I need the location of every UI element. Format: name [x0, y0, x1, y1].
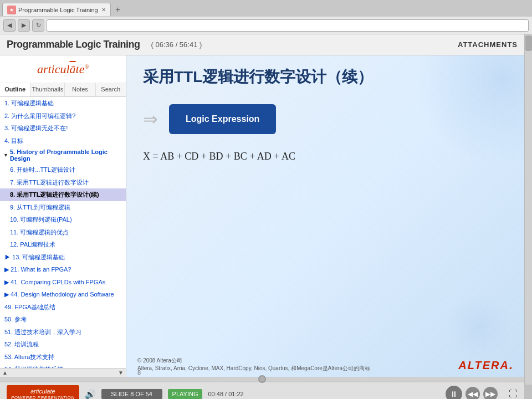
articulate-bottom-logo: articulate POWERED PRESENTATION — [7, 385, 79, 399]
nav-item-1[interactable]: 1. 可编程逻辑基础 — [0, 97, 126, 110]
refresh-button[interactable]: ↻ — [32, 19, 44, 32]
app-header: Programmable Logic Training ( 06:36 / 56… — [0, 34, 524, 55]
nav-item-8[interactable]: 8. 采用TTL逻辑进行数字设计(续) — [0, 188, 126, 201]
slide-title: 采用TTL逻辑进行数字设计（续） — [143, 66, 508, 88]
altera-logo-area: ALTERA. — [458, 358, 513, 372]
progress-divider — [0, 377, 524, 381]
nav-group-13[interactable]: ▶ 13. 可编程逻辑基础 — [0, 251, 126, 264]
footer-trademarks: Altera, Stratix, Arria, Cyclone, MAX, Ha… — [137, 365, 370, 372]
new-tab-button[interactable]: + — [112, 3, 124, 16]
time-display: ( 06:36 / 56:41 ) — [151, 40, 202, 49]
tab-bar: ★ Programmable Logic Training ✕ + — [0, 0, 532, 17]
slide-footer: © 2008 Altera公司 Altera, Stratix, Arria, … — [137, 357, 370, 372]
equation-area: X = AB + CD + BD + BC + AD + AC — [143, 151, 508, 162]
nav-item-10[interactable]: 10. 可编程列逻辑(PAL) — [0, 213, 126, 226]
nav-item-9[interactable]: 9. 从TTL到可编程逻辑 — [0, 201, 126, 214]
address-bar[interactable] — [47, 19, 529, 32]
browser-scrollbar[interactable] — [524, 34, 532, 385]
sidebar-tabs: Outline Thumbnails Notes Search — [0, 83, 126, 97]
content-area: 采用TTL逻辑进行数字设计（续） ⇒ Logic Expression X = … — [126, 55, 524, 377]
logo-area: articulāte® — [0, 55, 126, 83]
tab-favicon: ★ — [7, 6, 16, 14]
nav-item-7[interactable]: 7. 采用TTL逻辑进行数字设计 — [0, 176, 126, 189]
scrollbar-thumb — [525, 35, 532, 51]
nav-item-3[interactable]: 3. 可编程逻辑无处不在! — [0, 122, 126, 135]
footer-copyright: © 2008 Altera公司 — [137, 357, 370, 365]
tab-search[interactable]: Search — [96, 83, 126, 96]
progress-handle[interactable] — [258, 375, 266, 383]
expand-icon-5: ▼ — [3, 152, 8, 158]
nav-item-53[interactable]: 53. Altera技术支持 — [0, 351, 126, 364]
browser-tab[interactable]: ★ Programmable Logic Training ✕ — [2, 3, 111, 16]
sidebar-scroll-up[interactable]: ▲ — [2, 370, 8, 376]
app-title: Programmable Logic Training — [7, 39, 140, 50]
sidebar-content: 1. 可编程逻辑基础 2. 为什么采用可编程逻辑? 3. 可编程逻辑无处不在! … — [0, 97, 126, 368]
arrow-right-icon: ⇒ — [143, 109, 158, 130]
tab-title: Programmable Logic Training — [18, 7, 98, 13]
nav-group-44[interactable]: ▶ 44. Design Methodology and Software — [0, 288, 126, 301]
nav-item-50[interactable]: 50. 参考 — [0, 313, 126, 326]
nav-item-2[interactable]: 2. 为什么采用可编程逻辑? — [0, 110, 126, 122]
nav-item-11[interactable]: 11. 可编程逻辑的优点 — [0, 226, 126, 239]
equation-text: X = AB + CD + BD + BC + AD + AC — [143, 151, 295, 162]
nav-item-49[interactable]: 49. FPGA基础总结 — [0, 301, 126, 314]
articulate-logo: articulāte® — [37, 62, 89, 76]
attachments-button[interactable]: ATTACHMENTS — [458, 40, 518, 49]
playing-badge: PLAYING — [168, 389, 203, 399]
fullscreen-button[interactable]: ⛶ — [509, 389, 518, 399]
sidebar: articulāte® Outline Thumbnails Notes Sea… — [0, 55, 126, 377]
time-counter: 00:48 / 01:22 — [208, 391, 243, 397]
volume-button[interactable]: 🔊 — [85, 389, 96, 400]
tab-close-button[interactable]: ✕ — [101, 7, 106, 13]
nav-item-54[interactable]: 54. 我们期待您的反馈 — [0, 363, 126, 368]
nav-group-21[interactable]: ▶ 21. What is an FPGA? — [0, 263, 126, 276]
sidebar-scroll-down[interactable]: ▼ — [118, 370, 124, 376]
nav-item-6[interactable]: 6. 开始时...TTL逻辑设计 — [0, 163, 126, 176]
nav-item-51[interactable]: 51. 通过技术培训，深入学习 — [0, 326, 126, 339]
tab-outline[interactable]: Outline — [0, 83, 30, 96]
playback-controls: ⏸ ◀◀ ▶▶ — [446, 386, 498, 399]
tab-notes[interactable]: Notes — [65, 83, 95, 96]
forward-button[interactable]: ▶ — [18, 19, 30, 32]
pause-button[interactable]: ⏸ — [446, 386, 462, 399]
bottom-bar: articulate POWERED PRESENTATION 🔊 SLIDE … — [0, 381, 524, 399]
nav-item-4[interactable]: 4. 目标 — [0, 135, 126, 147]
slide-indicator: SLIDE 8 OF 54 — [101, 389, 162, 399]
altera-logo: ALTERA. — [458, 358, 513, 372]
tab-thumbnails[interactable]: Thumbnails — [30, 83, 65, 96]
browser-controls: ◀ ▶ ↻ — [0, 17, 532, 34]
bg-decoration-2 — [447, 294, 513, 360]
main-layout: articulāte® Outline Thumbnails Notes Sea… — [0, 55, 524, 377]
nav-group-41[interactable]: ▶ 41. Comparing CPLDs with FPGAs — [0, 276, 126, 289]
bottom-logo-text: articulate — [11, 387, 75, 395]
nav-item-52[interactable]: 52. 培训流程 — [0, 338, 126, 351]
nav-group-5[interactable]: ▼ 5. History of Programmable Logic Desig… — [0, 147, 126, 163]
logic-expression-box: Logic Expression — [169, 104, 276, 134]
back-button[interactable]: ◀ — [3, 19, 16, 32]
sidebar-scroll-arrows: ▲ ▼ — [0, 368, 126, 377]
slide-page-number: 8 — [137, 369, 141, 376]
prev-button[interactable]: ◀◀ — [466, 387, 480, 399]
slide-container: 采用TTL逻辑进行数字设计（续） ⇒ Logic Expression X = … — [126, 55, 524, 377]
bottom-logo-subtitle: POWERED PRESENTATION — [11, 395, 75, 399]
logic-box-row: ⇒ Logic Expression — [143, 104, 508, 134]
next-button[interactable]: ▶▶ — [483, 387, 498, 399]
nav-item-12[interactable]: 12. PAL编程技术 — [0, 238, 126, 251]
